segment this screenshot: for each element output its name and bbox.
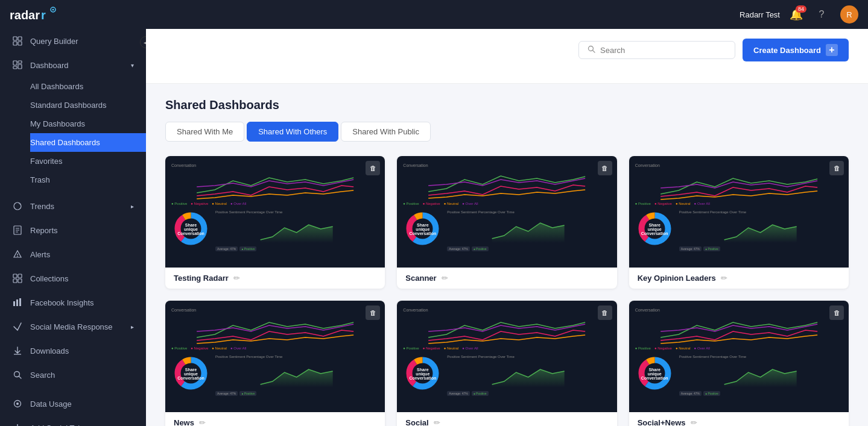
- area-chart-5: [447, 360, 609, 387]
- svg-marker-40: [261, 225, 333, 243]
- user-name: Radarr Test: [740, 10, 780, 19]
- line-chart-2: [403, 169, 610, 202]
- card-footer-3: Key Opinion Leaders ✏: [629, 268, 849, 289]
- dashboard-card-6[interactable]: 🗑 Conversation ● Positive ● Negative: [629, 301, 849, 426]
- card-delete-3[interactable]: 🗑: [829, 161, 844, 175]
- sidebar-item-add-social-tokens[interactable]: Add Social Tokens ▸: [0, 416, 146, 426]
- svg-line-35: [593, 51, 595, 53]
- card-preview-3: 🗑 Conversation ● Positive ● Negative: [629, 156, 849, 268]
- svg-marker-65: [724, 369, 796, 387]
- sidebar-item-data-usage[interactable]: Data Usage: [0, 392, 146, 416]
- help-button[interactable]: ?: [813, 5, 831, 23]
- notifications-button[interactable]: 🔔 84: [790, 8, 803, 21]
- sidebar-label-add-social-tokens: Add Social Tokens: [30, 424, 124, 427]
- card-edit-2[interactable]: ✏: [442, 274, 448, 283]
- avatar[interactable]: R: [840, 5, 858, 23]
- sidebar-item-all-dashboards[interactable]: All Dashboards: [30, 77, 146, 96]
- dashboard-card-3[interactable]: 🗑 Conversation ● Positive ● Negative: [629, 156, 849, 289]
- sidebar-label-data-usage: Data Usage: [30, 399, 134, 409]
- social-media-arrow-icon: ▸: [131, 324, 134, 330]
- trends-arrow-icon: ▸: [131, 203, 134, 210]
- dashboard-grid: 🗑 Conversation ● Positive ● Negative: [165, 156, 849, 426]
- dashboard-card-4[interactable]: 🗑 Conversation ● Positive ● Negative: [165, 301, 385, 426]
- sidebar-item-trends[interactable]: Trends ▸: [0, 194, 146, 218]
- sidebar-item-downloads[interactable]: Downloads: [0, 339, 146, 363]
- card-title-5: Social: [405, 418, 428, 426]
- social-media-response-icon: [12, 321, 23, 332]
- tab-shared-with-others[interactable]: Shared With Others: [247, 122, 338, 142]
- card-delete-4[interactable]: 🗑: [366, 305, 380, 320]
- tab-shared-with-public[interactable]: Shared With Public: [341, 122, 431, 142]
- svg-rect-21: [13, 279, 17, 283]
- sidebar-item-reports[interactable]: Reports: [0, 218, 146, 242]
- sidebar-label-reports: Reports: [30, 226, 134, 235]
- svg-rect-4: [13, 37, 17, 40]
- sidebar-item-standard-dashboards[interactable]: Standard Dashboards: [30, 96, 146, 114]
- card-title-6: Social+News: [638, 418, 686, 426]
- search-icon: [588, 45, 595, 55]
- sidebar-label-collections: Collections: [30, 274, 134, 283]
- card-delete-5[interactable]: 🗑: [598, 305, 612, 320]
- svg-marker-50: [724, 225, 796, 243]
- label-my-dashboards: My Dashboards: [30, 119, 134, 128]
- svg-marker-45: [492, 223, 565, 243]
- card-delete-6[interactable]: 🗑: [829, 305, 844, 320]
- sidebar-item-facebook-insights[interactable]: Facebook Insights: [0, 290, 146, 315]
- sidebar-item-shared-dashboards[interactable]: Shared Dashboards: [30, 133, 146, 152]
- sidebar-item-search[interactable]: Search: [0, 363, 146, 387]
- card-preview-4: 🗑 Conversation ● Positive ● Negative: [165, 301, 385, 412]
- search-input[interactable]: [600, 46, 726, 55]
- plus-icon: +: [826, 44, 838, 56]
- card-footer-6: Social+News ✏: [629, 412, 849, 426]
- create-dashboard-button[interactable]: Create Dashboard +: [743, 39, 849, 61]
- card-edit-6[interactable]: ✏: [691, 418, 697, 426]
- card-footer-4: News ✏: [165, 412, 385, 426]
- svg-point-3: [52, 9, 54, 11]
- tab-shared-with-me[interactable]: Shared With Me: [165, 122, 244, 142]
- dashboard-card-1[interactable]: 🗑 Conversation ● Positive ● Negative: [165, 156, 385, 289]
- logo: radar r: [10, 6, 58, 23]
- sidebar-item-my-dashboards[interactable]: My Dashboards: [30, 114, 146, 133]
- card-edit-4[interactable]: ✏: [199, 418, 206, 426]
- card-preview-1: 🗑 Conversation ● Positive ● Negative: [165, 156, 385, 268]
- main-content: Create Dashboard + Shared Dashboards Sha…: [146, 29, 868, 426]
- svg-rect-10: [18, 64, 22, 69]
- main-inner: Shared Dashboards Shared With Me Shared …: [146, 84, 868, 426]
- dashboard-card-2[interactable]: 🗑 Conversation ● Positive ● Negative: [397, 156, 616, 289]
- sidebar-item-collections[interactable]: Collections: [0, 266, 146, 290]
- svg-rect-9: [18, 61, 22, 63]
- sidebar-item-trash[interactable]: Trash: [30, 171, 146, 189]
- label-shared-dashboards: Shared Dashboards: [30, 138, 134, 147]
- label-trash: Trash: [30, 175, 134, 184]
- search-nav-icon: [12, 369, 23, 380]
- sidebar-item-favorites[interactable]: Favorites: [30, 152, 146, 171]
- svg-line-28: [19, 377, 22, 379]
- sidebar-item-social-media-response[interactable]: Social Media Response ▸: [0, 315, 146, 339]
- line-chart-5: [403, 313, 610, 346]
- svg-rect-7: [18, 42, 22, 45]
- sidebar-item-query-builder[interactable]: Query Builder: [0, 29, 146, 53]
- reports-icon: [12, 225, 23, 236]
- card-title-4: News: [174, 418, 194, 426]
- dashboard-card-5[interactable]: 🗑 Conversation ● Positive ● Negative: [397, 301, 616, 426]
- sidebar-label-trends: Trends: [30, 202, 124, 211]
- area-chart-3: [679, 216, 841, 243]
- sidebar-item-dashboard[interactable]: Dashboard ▾: [0, 53, 146, 77]
- card-delete-1[interactable]: 🗑: [366, 161, 380, 175]
- sidebar-label-social-media-response: Social Media Response: [30, 322, 124, 331]
- card-edit-5[interactable]: ✏: [434, 418, 440, 426]
- line-chart-6: [635, 313, 843, 346]
- svg-point-18: [17, 256, 18, 257]
- card-delete-2[interactable]: 🗑: [598, 161, 612, 175]
- line-chart-1: [171, 169, 379, 202]
- sidebar-label-downloads: Downloads: [30, 346, 134, 356]
- svg-text:radar: radar: [10, 8, 40, 22]
- card-preview-6: 🗑 Conversation ● Positive ● Negative: [629, 301, 849, 412]
- topnav: radar r Radarr Test 🔔 84 ? R: [0, 0, 868, 29]
- svg-rect-5: [18, 37, 22, 40]
- card-edit-3[interactable]: ✏: [721, 274, 727, 283]
- card-footer-2: Scanner ✏: [397, 268, 616, 289]
- sidebar-item-alerts[interactable]: Alerts: [0, 242, 146, 266]
- card-edit-1[interactable]: ✏: [233, 274, 240, 283]
- trends-icon: [12, 201, 23, 211]
